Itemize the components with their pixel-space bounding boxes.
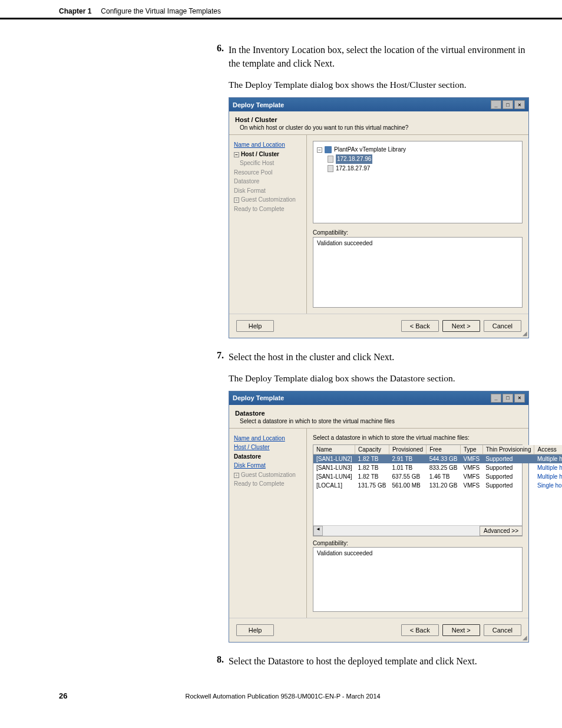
sidebar-resource-pool: Resource Pool	[234, 169, 302, 177]
cell-free: 833.25 GB	[427, 463, 461, 472]
cell-type: VMFS	[460, 454, 482, 463]
sidebar-guest-customization: +Guest Customization	[234, 196, 302, 204]
back-button[interactable]: < Back	[401, 624, 439, 636]
cell-cap: 1.82 TB	[355, 463, 389, 472]
cell-cap: 1.82 TB	[355, 472, 389, 481]
datastore-table[interactable]: Name Capacity Provisioned Free Type Thin…	[313, 444, 523, 536]
expand-icon[interactable]: +	[234, 197, 239, 203]
dialog-header: Datastore Select a datastore in which to…	[229, 405, 528, 429]
col-provisioned[interactable]: Provisioned	[389, 445, 426, 454]
step-7: 7. Select the host in the cluster and cl…	[212, 350, 527, 364]
col-type[interactable]: Type	[460, 445, 482, 454]
compatibility-text: Validation succeeded	[317, 240, 372, 246]
collapse-icon[interactable]: −	[234, 152, 239, 157]
back-button[interactable]: < Back	[401, 320, 439, 332]
cell-free: 1.46 TB	[427, 472, 461, 481]
cell-thin: Supported	[482, 463, 534, 472]
sidebar-datastore: Datastore	[234, 453, 302, 461]
dialog-header-subtitle: On which host or cluster do you want to …	[240, 124, 523, 131]
step-text: Select the host in the cluster and click…	[229, 350, 527, 364]
titlebar: Deploy Template _ □ ×	[229, 391, 528, 405]
resize-grip-icon[interactable]: ◢	[523, 330, 527, 337]
tree-host-1[interactable]: 172.18.27.96	[317, 154, 518, 164]
step-num: 7.	[212, 350, 224, 364]
cell-prov: 1.01 TB	[389, 463, 426, 472]
cell-name: [SAN1-LUN4]	[313, 472, 355, 481]
sidebar-host-cluster[interactable]: Host / Cluster	[234, 443, 302, 452]
table-row[interactable]: [SAN1-LUN2]1.82 TB2.91 TB544.33 GBVMFSSu…	[313, 454, 562, 463]
table-row[interactable]: [SAN1-LUN4]1.82 TB637.55 GB1.46 TBVMFSSu…	[313, 472, 562, 481]
cell-thin: Supported	[482, 472, 534, 481]
cell-access: Multiple ho	[534, 472, 562, 481]
tree-host-2-label: 172.18.27.97	[336, 164, 370, 173]
help-button[interactable]: Help	[236, 320, 274, 332]
sidebar-disk-format[interactable]: Disk Format	[234, 462, 302, 470]
wizard-sidebar: Name and Location Host / Cluster Datasto…	[229, 429, 307, 618]
next-button[interactable]: Next >	[442, 624, 480, 636]
step-num: 6.	[212, 43, 224, 70]
step-text: In the Inventory Location box, select th…	[229, 43, 527, 70]
sidebar-name-location[interactable]: Name and Location	[234, 141, 302, 149]
col-access[interactable]: Access	[534, 445, 562, 454]
collapse-icon[interactable]: −	[317, 147, 322, 153]
cell-prov: 561.00 MB	[389, 481, 426, 490]
step-6-note: The Deploy Template dialog box shows the…	[229, 78, 527, 91]
cell-name: [SAN1-LUN2]	[313, 454, 355, 463]
wizard-sidebar: Name and Location −Host / Cluster Specif…	[229, 135, 307, 314]
cell-type: VMFS	[460, 463, 482, 472]
page-footer: 26 Rockwell Automation Publication 9528-…	[0, 691, 562, 700]
dialog-header-subtitle: Select a datastore in which to store the…	[240, 418, 523, 424]
cell-access: Multiple ho	[534, 463, 562, 472]
resize-grip-icon[interactable]: ◢	[523, 634, 527, 641]
cell-name: [LOCAL1]	[313, 481, 355, 490]
table-row[interactable]: [LOCAL1]131.75 GB561.00 MB131.20 GBVMFSS…	[313, 481, 562, 490]
next-button[interactable]: Next >	[442, 320, 480, 332]
sidebar-specific-host: Specific Host	[234, 159, 302, 167]
cell-thin: Supported	[482, 481, 534, 490]
advanced-button[interactable]: Advanced >>	[480, 526, 523, 536]
dialog-header: Host / Cluster On which host or cluster …	[229, 111, 528, 135]
deploy-template-dialog-datastore: Deploy Template _ □ × Datastore Select a…	[229, 391, 529, 643]
step-6: 6. In the Inventory Location box, select…	[212, 43, 527, 70]
cell-free: 131.20 GB	[427, 481, 461, 490]
maximize-icon[interactable]: □	[503, 394, 513, 403]
col-thin[interactable]: Thin Provisioning	[482, 445, 534, 454]
sidebar-name-location[interactable]: Name and Location	[234, 434, 302, 443]
cell-type: VMFS	[460, 472, 482, 481]
cell-free: 544.33 GB	[427, 454, 461, 463]
cancel-button[interactable]: Cancel	[484, 624, 521, 636]
titlebar-title: Deploy Template	[233, 101, 284, 108]
expand-icon[interactable]: +	[234, 473, 239, 478]
compatibility-text: Validation succeeded	[317, 550, 372, 556]
table-row[interactable]: [SAN1-LUN3]1.82 TB1.01 TB833.25 GBVMFSSu…	[313, 463, 562, 472]
tree-datacenter[interactable]: − PlantPAx vTemplate Library	[317, 145, 518, 154]
cell-name: [SAN1-LUN3]	[313, 463, 355, 472]
datacenter-icon	[325, 146, 332, 153]
cell-access: Single hos	[534, 481, 562, 490]
dialog-header-title: Datastore	[235, 410, 523, 417]
minimize-icon[interactable]: _	[491, 100, 501, 109]
compatibility-box: Validation succeeded	[313, 237, 523, 308]
host-icon	[328, 156, 333, 163]
minimize-icon[interactable]: _	[491, 394, 501, 403]
tree-root-label: PlantPAx vTemplate Library	[334, 145, 406, 154]
help-button[interactable]: Help	[236, 624, 274, 636]
close-icon[interactable]: ×	[514, 394, 525, 403]
col-free[interactable]: Free	[427, 445, 461, 454]
sidebar-host-cluster: −Host / Cluster	[234, 150, 302, 159]
cancel-button[interactable]: Cancel	[484, 320, 521, 332]
table-header-row: Name Capacity Provisioned Free Type Thin…	[313, 445, 562, 454]
compatibility-box: Validation succeeded	[313, 547, 523, 612]
cell-cap: 131.75 GB	[355, 481, 389, 490]
chapter-title: Configure the Virtual Image Templates	[101, 7, 221, 15]
titlebar: Deploy Template _ □ ×	[229, 98, 528, 111]
cell-thin: Supported	[482, 454, 534, 463]
tree-host-2[interactable]: 172.18.27.97	[317, 164, 518, 173]
col-name[interactable]: Name	[313, 445, 355, 454]
maximize-icon[interactable]: □	[503, 100, 513, 109]
col-capacity[interactable]: Capacity	[355, 445, 389, 454]
scroll-left-icon[interactable]: ◄	[313, 526, 323, 536]
step-7-note: The Deploy Template dialog box shows the…	[229, 372, 527, 385]
host-tree[interactable]: − PlantPAx vTemplate Library 172.18.27.9…	[313, 141, 523, 223]
close-icon[interactable]: ×	[514, 100, 525, 109]
